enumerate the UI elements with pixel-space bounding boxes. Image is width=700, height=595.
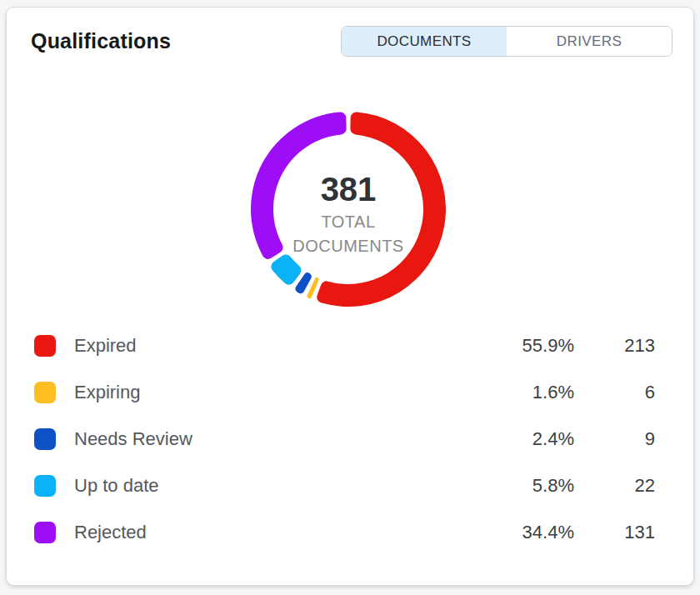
legend-percent: 34.4% <box>474 522 574 543</box>
legend-percent: 2.4% <box>474 428 574 450</box>
legend-row-expiring: Expiring1.6%6 <box>34 369 655 416</box>
legend-row-expired: Expired55.9%213 <box>34 322 655 369</box>
legend-label: Rejected <box>74 522 474 543</box>
donut-chart: 381 TOTAL DOCUMENTS <box>223 84 473 334</box>
legend-percent: 55.9% <box>474 335 574 357</box>
legend-swatch-expiring <box>34 382 56 403</box>
legend: Expired55.9%213Expiring1.6%6Needs Review… <box>34 322 655 556</box>
legend-row-rejected: Rejected34.4%131 <box>34 509 655 556</box>
legend-row-up-to-date: Up to date5.8%22 <box>34 462 655 509</box>
tab-group: DOCUMENTS DRIVERS <box>341 26 672 57</box>
qualifications-card: Qualifications DOCUMENTS DRIVERS 381 TOT… <box>6 7 694 586</box>
legend-count: 22 <box>574 475 655 497</box>
tab-documents[interactable]: DOCUMENTS <box>342 27 507 56</box>
legend-swatch-expired <box>34 335 56 357</box>
card-header: Qualifications DOCUMENTS DRIVERS <box>7 8 693 57</box>
legend-percent: 1.6% <box>474 382 574 403</box>
donut-segment-expired[interactable] <box>317 112 446 307</box>
legend-count: 213 <box>574 335 655 357</box>
donut-svg <box>223 84 473 334</box>
legend-label: Needs Review <box>74 428 474 450</box>
legend-count: 6 <box>574 382 655 403</box>
legend-swatch-up-to-date <box>34 475 56 497</box>
legend-count: 131 <box>574 522 655 543</box>
page-title: Qualifications <box>31 29 171 53</box>
tab-drivers[interactable]: DRIVERS <box>507 27 672 56</box>
donut-segment-up-to-date[interactable] <box>271 254 301 284</box>
legend-label: Expired <box>74 335 474 357</box>
legend-row-needs-review: Needs Review2.4%9 <box>34 416 655 462</box>
donut-segment-rejected[interactable] <box>251 112 347 258</box>
legend-percent: 5.8% <box>474 475 574 497</box>
legend-label: Expiring <box>74 382 474 403</box>
legend-swatch-needs-review <box>34 428 56 450</box>
legend-swatch-rejected <box>34 522 56 543</box>
legend-count: 9 <box>574 428 655 450</box>
legend-label: Up to date <box>74 475 474 497</box>
